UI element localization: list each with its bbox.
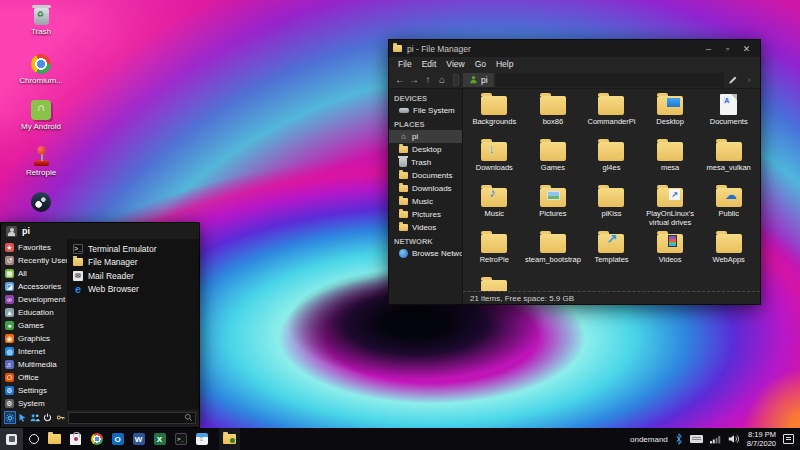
file-item-pikiss[interactable]: piKiss [582, 185, 641, 231]
taskbar-file-explorer-button[interactable] [44, 428, 65, 450]
maximize-button[interactable]: ▫ [718, 44, 737, 54]
taskbar-word-button[interactable]: W [128, 428, 149, 450]
desktop-icon-chromium[interactable]: Chromium... [10, 54, 72, 100]
category-education[interactable]: ▲Education [1, 306, 67, 319]
pointer-button[interactable] [17, 411, 29, 424]
file-item-templates[interactable]: ↗Templates [582, 231, 641, 277]
notification-center-icon[interactable] [783, 434, 794, 444]
category-recently-used[interactable]: ↺Recently Used [1, 254, 67, 267]
file-item-partial[interactable] [465, 277, 524, 291]
category-office[interactable]: OOffice [1, 371, 67, 384]
folder-icon [481, 96, 507, 115]
power-button[interactable] [42, 411, 54, 424]
taskbar-notes-button[interactable]: ≡ [191, 428, 212, 450]
taskbar-chromium-button[interactable] [86, 428, 107, 450]
desktop-icon-retropie[interactable]: Retropie [10, 146, 72, 192]
file-item-box86[interactable]: box86 [524, 93, 583, 139]
file-item-games[interactable]: Games [524, 139, 583, 185]
edit-path-icon[interactable] [726, 73, 740, 87]
sidebar-item-downloads[interactable]: Downloads [389, 182, 462, 195]
category-favorites[interactable]: ★Favorites [1, 241, 67, 254]
up-button[interactable]: ↑ [421, 74, 435, 85]
chevron-right-icon[interactable]: › [742, 73, 756, 87]
minimize-button[interactable]: – [699, 44, 718, 54]
sidebar-item-documents[interactable]: Documents [389, 169, 462, 182]
file-item-commanderpi[interactable]: CommanderPi [582, 93, 641, 139]
volume-icon[interactable] [728, 434, 740, 444]
sidebar-item-pi[interactable]: ⌂pi [389, 130, 462, 143]
network-icon[interactable] [710, 435, 721, 444]
category-accessories[interactable]: ◪Accessories [1, 280, 67, 293]
menu-view[interactable]: View [441, 59, 469, 69]
sidebar-item-music[interactable]: Music [389, 195, 462, 208]
forward-button[interactable]: → [407, 74, 421, 85]
category-graphics[interactable]: ◉Graphics [1, 332, 67, 345]
file-item-music[interactable]: ♪Music [465, 185, 524, 231]
menu-search-input[interactable] [72, 413, 184, 423]
desktop-icon-my-android[interactable]: My Android [10, 100, 72, 146]
category-all[interactable]: ▦All [1, 267, 67, 280]
menu-file[interactable]: File [393, 59, 417, 69]
path-bar[interactable] [496, 73, 724, 87]
file-item-downloads[interactable]: ↓Downloads [465, 139, 524, 185]
file-item-steam-bootstrap[interactable]: steam_bootstrap [524, 231, 583, 277]
sidebar-item-file-system[interactable]: File System [389, 104, 462, 117]
folder-icon [481, 234, 507, 253]
taskbar-outlook-button[interactable]: O [107, 428, 128, 450]
sidebar-item-videos[interactable]: Videos [389, 221, 462, 234]
sidebar-item-desktop[interactable]: Desktop [389, 143, 462, 156]
file-item-pictures[interactable]: Pictures [524, 185, 583, 231]
menu-edit[interactable]: Edit [417, 59, 442, 69]
taskbar-running-file-manager[interactable] [219, 428, 240, 450]
key-button[interactable] [55, 411, 67, 424]
file-item-playonlinux-s-virtual-drives[interactable]: ↗PlayOnLinux's virtual drives [641, 185, 700, 231]
back-button[interactable]: ← [393, 74, 407, 85]
terminal-icon: >_ [175, 433, 187, 445]
menu-help[interactable]: Help [491, 59, 518, 69]
file-item-public[interactable]: ☁Public [699, 185, 758, 231]
category-multimedia[interactable]: ♬Multimedia [1, 358, 67, 371]
taskbar-terminal-button[interactable]: >_ [170, 428, 191, 450]
desktop-icon-trash[interactable]: Trash [10, 8, 72, 54]
taskbar-excel-button[interactable]: X [149, 428, 170, 450]
menu-search[interactable] [68, 412, 196, 424]
app-web-browser[interactable]: eWeb Browser [67, 283, 199, 297]
category-development[interactable]: ∞Development [1, 293, 67, 306]
titlebar[interactable]: pi - File Manager – ▫ ✕ [389, 40, 760, 57]
file-icon [539, 185, 567, 207]
category-settings[interactable]: ⚙Settings [1, 384, 67, 397]
taskbar-search-circle-button[interactable] [23, 428, 44, 450]
sidebar-item-pictures[interactable]: Pictures [389, 208, 462, 221]
app-terminal-emulator[interactable]: >_Terminal Emulator [67, 242, 199, 256]
file-item-gl4es[interactable]: gl4es [582, 139, 641, 185]
file-item-webapps[interactable]: WebApps [699, 231, 758, 277]
file-label: WebApps [712, 255, 744, 264]
sidebar-item-label: Browse Network [412, 249, 463, 258]
menu-go[interactable]: Go [470, 59, 491, 69]
home-button[interactable]: ⌂ [435, 74, 449, 85]
category-games[interactable]: ●Games [1, 319, 67, 332]
bluetooth-icon[interactable] [675, 433, 683, 445]
file-item-documents[interactable]: Documents [699, 93, 758, 139]
category-system[interactable]: ⚙System [1, 397, 67, 410]
path-segment-pi[interactable]: pi [463, 73, 494, 87]
users-button[interactable] [30, 411, 42, 424]
taskbar-start-button[interactable] [0, 428, 23, 450]
app-file-manager[interactable]: File Manager [67, 256, 199, 270]
close-button[interactable]: ✕ [737, 44, 756, 54]
settings-button[interactable] [4, 411, 16, 424]
taskbar-store-button[interactable] [65, 428, 86, 450]
pathbar-toggle[interactable] [453, 74, 459, 86]
file-item-backgrounds[interactable]: Backgrounds [465, 93, 524, 139]
app-mail-reader[interactable]: ✉Mail Reader [67, 269, 199, 283]
file-item-mesa-vulkan[interactable]: mesa_vulkan [699, 139, 758, 185]
sidebar-item-browse-network[interactable]: Browse Network [389, 247, 462, 260]
file-item-retropie[interactable]: RetroPie [465, 231, 524, 277]
sidebar-item-trash[interactable]: Trash [389, 156, 462, 169]
file-item-desktop[interactable]: Desktop [641, 93, 700, 139]
category-internet[interactable]: ◍Internet [1, 345, 67, 358]
file-item-videos[interactable]: Videos [641, 231, 700, 277]
file-item-mesa[interactable]: mesa [641, 139, 700, 185]
keyboard-icon[interactable] [690, 435, 703, 443]
taskbar-clock[interactable]: 8:19 PM8/7/2020 [747, 430, 776, 448]
